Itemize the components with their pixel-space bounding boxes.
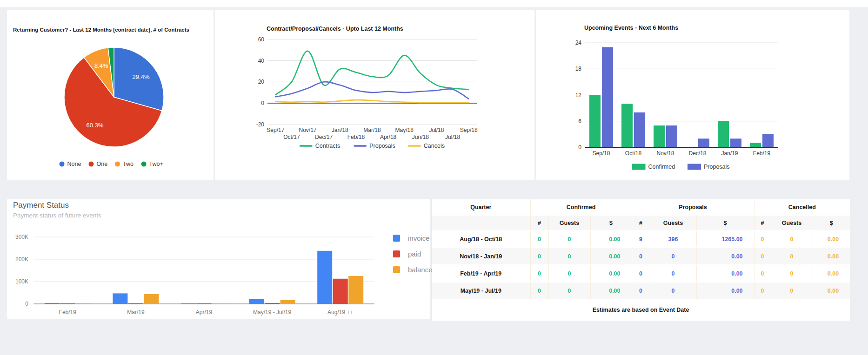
sub-header-count: # (754, 215, 771, 230)
payment-legend-item-paid: paid (393, 250, 463, 258)
line-series-contracts[interactable] (275, 51, 468, 95)
legend-label: Two+ (149, 161, 163, 167)
bar-balance-4[interactable] (348, 276, 363, 304)
line-series-cancels[interactable] (275, 100, 468, 103)
bar-invoice-0[interactable] (45, 303, 60, 304)
bar-proposals-Feb-19[interactable] (762, 134, 774, 147)
top-bar (0, 0, 868, 8)
x-tick-label: May/18 (395, 127, 414, 133)
confirmed-guests-cell: 0 (548, 230, 590, 248)
x-tick-label: Dec/17 (315, 134, 333, 140)
bar-invoice-1[interactable] (113, 293, 127, 304)
y-tick-label: 0 (578, 144, 581, 151)
cancelled-amount-cell: 0.00 (813, 248, 850, 265)
bar-invoice-2[interactable] (181, 303, 196, 304)
contract-proposal-cancels-line-chart: 6040200-20Sep/17Oct/17Nov/17Dec/17Jan/18… (215, 10, 534, 180)
bar-balance-2[interactable] (212, 303, 227, 304)
bar-confirmed-Oct-18[interactable] (621, 104, 633, 147)
table-sub-header-row: #Guests$#Guests$#Guests$ (432, 215, 850, 230)
cancelled-count-cell: 0 (754, 282, 771, 299)
table-row: Aug/18 - Oct/18000.0093961265.00000.00 (432, 230, 850, 248)
confirmed-amount-cell: 0.00 (590, 248, 632, 265)
proposals-amount-cell: 0.00 (696, 282, 754, 299)
confirmed-amount-cell: 0.00 (590, 230, 632, 248)
y-tick-label: -20 (256, 121, 265, 128)
y-tick-label: 100K (15, 278, 28, 285)
x-tick-label: Apr/19 (196, 309, 213, 316)
legend-label: None (67, 161, 81, 167)
legend-label: invoice (408, 234, 430, 242)
cancelled-amount-cell: 0.00 (813, 230, 850, 248)
y-tick-label: 200K (15, 256, 28, 263)
proposals-count-cell: 0 (632, 282, 650, 299)
bar-invoice-3[interactable] (249, 299, 264, 304)
bar-confirmed-Jan-19[interactable] (718, 121, 729, 147)
proposals-count-cell: 0 (632, 265, 650, 282)
bar-confirmed-Feb-19[interactable] (750, 143, 761, 147)
x-tick-label: Feb/19 (753, 150, 771, 157)
confirmed-count-cell: 0 (530, 230, 548, 248)
bar-paid-3[interactable] (265, 303, 280, 304)
bar-proposals-Sep-18[interactable] (602, 47, 613, 147)
confirmed-count-cell: 0 (530, 265, 548, 282)
y-tick-label: 12 (575, 92, 582, 99)
legend-item-confirmed: Confirmed (632, 164, 675, 170)
proposals-count-cell: 9 (632, 230, 650, 248)
payment-status-card: Payment Status Payment status of future … (7, 199, 430, 319)
bar-proposals-Oct-18[interactable] (634, 112, 645, 147)
legend-item-contracts: Contracts (300, 143, 341, 149)
bar-paid-2[interactable] (197, 303, 212, 304)
bar-paid-0[interactable] (60, 303, 75, 304)
table-row: Nov/18 - Jan/19000.00000.00000.00 (432, 248, 850, 265)
col-header-confirmed: Confirmed (530, 199, 632, 215)
sub-header-guests: Guests (548, 215, 590, 230)
bar-proposals-Dec-18[interactable] (698, 138, 709, 147)
bar-proposals-Nov-18[interactable] (666, 125, 677, 147)
sub-header-count: # (632, 215, 650, 230)
bar-proposals-Jan-19[interactable] (730, 138, 741, 147)
legend-item-two: Two (115, 161, 134, 167)
confirmed-guests-cell: 0 (548, 265, 590, 282)
sub-header-guests: Guests (650, 215, 696, 230)
legend-label: One (97, 161, 108, 167)
bar-paid-1[interactable] (128, 303, 143, 304)
proposals-guests-cell: 396 (650, 230, 696, 248)
legend-label: paid (408, 250, 421, 258)
legend-swatch (60, 162, 65, 167)
line-series-proposals[interactable] (275, 82, 468, 99)
upcoming-events-card: Upcoming Events - Next 6 Months 06121824… (536, 10, 849, 180)
upcoming-events-bar-chart: 06121824Sep/18Oct/18Nov/18Dec/18Jan/19Fe… (536, 10, 849, 180)
bar-invoice-4[interactable] (317, 251, 332, 304)
cancelled-count-cell: 0 (754, 265, 771, 282)
x-tick-label: Sep/18 (460, 127, 478, 133)
y-tick-label: 60 (258, 36, 265, 43)
bar-balance-0[interactable] (76, 303, 91, 304)
bar-confirmed-Sep-18[interactable] (589, 95, 601, 148)
proposals-guests-cell: 0 (650, 248, 696, 265)
legend-swatch (141, 162, 147, 167)
sub-header-count: # (530, 215, 548, 230)
proposals-amount-cell: 0.00 (696, 265, 754, 282)
cancelled-guests-cell: 0 (771, 230, 813, 248)
bar-balance-3[interactable] (280, 300, 295, 304)
confirmed-amount-cell: 0.00 (590, 282, 632, 299)
legend-swatch (393, 266, 400, 273)
table-group-header-row: QuarterConfirmedProposalsCancelled (432, 199, 850, 215)
x-tick-label: Sep/17 (267, 127, 284, 133)
legend-item-one: One (89, 161, 108, 167)
bar-balance-1[interactable] (144, 294, 159, 304)
bar-paid-4[interactable] (333, 279, 348, 304)
legend-label: balance (408, 266, 433, 274)
col-header-proposals: Proposals (632, 199, 754, 215)
payment-legend: invoicepaidbalance (393, 234, 463, 282)
x-tick-label: Jan/18 (332, 127, 348, 133)
confirmed-guests-cell: 0 (548, 248, 590, 265)
bar-confirmed-Nov-18[interactable] (654, 125, 665, 147)
x-tick-label: Feb/19 (59, 309, 77, 316)
payment-status-bar-chart: 300K200K100K0Feb/19Mar/19Apr/19May/19 - … (7, 199, 430, 319)
legend-swatch (632, 164, 646, 170)
proposals-amount-cell: 1265.00 (696, 230, 754, 248)
col-header-quarter: Quarter (432, 199, 530, 215)
returning-customer-pie-chart: 29.4%60.3%8.4%NoneOneTwoTwo+ (7, 10, 214, 180)
quarter-cell: May/19 - Jul/19 (432, 282, 530, 299)
